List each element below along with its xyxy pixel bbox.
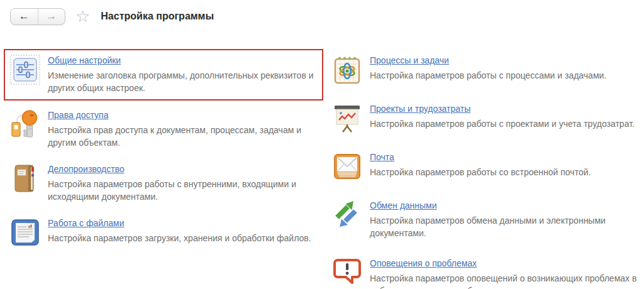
settings-item-content: Общие настройки Изменение заголовка прог… [48, 55, 316, 94]
page-title: Настройка программы [101, 11, 214, 22]
settings-item-content: Почта Настройка параметров работы со вст… [370, 151, 591, 182]
link-projects[interactable]: Проекты и трудозатраты [370, 104, 470, 114]
nav-button-group: ← → [10, 8, 65, 25]
settings-item-content: Делопроизводство Настройка параметров ра… [48, 163, 316, 203]
settings-item-processes: Процессы и задачи Настройка параметров р… [332, 55, 644, 85]
settings-item-problem-alerts: Оповещения о проблемах Настройка парамет… [332, 258, 644, 289]
settings-item-content: Проекты и трудозатраты Настройка парамет… [370, 103, 635, 133]
forward-button[interactable]: → [38, 9, 65, 25]
settings-column-right: Процессы и задачи Настройка параметров р… [332, 55, 644, 289]
forward-arrow-icon: → [46, 10, 57, 23]
link-mail[interactable]: Почта [370, 152, 394, 162]
favorite-star-icon[interactable]: ☆ [75, 8, 90, 25]
settings-item-access-rights: Права доступа Настройка прав доступа к д… [10, 109, 323, 149]
link-problem-alerts[interactable]: Оповещения о проблемах [370, 258, 477, 268]
link-general-settings[interactable]: Общие настройки [48, 55, 121, 65]
settings-item-data-exchange: Обмен данными Настройка параметров обмен… [332, 200, 644, 239]
link-recordkeeping[interactable]: Делопроизводство [48, 164, 125, 174]
file-document-icon [10, 217, 40, 248]
settings-item-content: Работа с файлами Настройка параметров за… [48, 217, 311, 248]
key-icon [10, 109, 40, 139]
link-files[interactable]: Работа с файлами [48, 218, 125, 228]
settings-item-mail: Почта Настройка параметров работы со вст… [332, 151, 644, 182]
settings-item-content: Обмен данными Настройка параметров обмен… [370, 200, 638, 239]
back-arrow-icon: ← [19, 10, 30, 23]
settings-item-projects: Проекты и трудозатраты Настройка парамет… [332, 103, 644, 133]
settings-description: Настройка параметров обмена данными и эл… [370, 214, 638, 239]
back-button[interactable]: ← [11, 9, 38, 25]
settings-item-recordkeeping: Делопроизводство Настройка параметров ра… [10, 163, 323, 203]
settings-description: Изменение заголовка программы, дополните… [48, 69, 316, 94]
settings-description: Настройка прав доступа к документам, про… [48, 124, 316, 149]
alert-bubble-icon [332, 258, 362, 288]
sliders-icon [10, 55, 40, 85]
settings-column-left: Общие настройки Изменение заголовка прог… [10, 55, 323, 289]
settings-description: Настройка параметров работы с процессами… [370, 69, 606, 82]
settings-description: Настройка параметров оповещений о возник… [370, 272, 638, 289]
settings-item-files: Работа с файлами Настройка параметров за… [10, 217, 323, 248]
flipchart-icon [332, 103, 362, 133]
link-processes-tasks[interactable]: Процессы и задачи [370, 55, 449, 65]
settings-description: Настройка параметров работы с внутренним… [48, 178, 316, 203]
book-icon [10, 163, 40, 194]
settings-item-content: Процессы и задачи Настройка параметров р… [370, 55, 606, 85]
settings-description: Настройка параметров работы со встроенно… [370, 166, 591, 178]
settings-item-content: Права доступа Настройка прав доступа к д… [48, 109, 316, 149]
link-access-rights[interactable]: Права доступа [48, 110, 108, 120]
mail-icon [332, 151, 362, 182]
settings-grid: Общие настройки Изменение заголовка прог… [0, 25, 644, 289]
notepad-processes-icon [332, 55, 362, 85]
exchange-arrows-icon [332, 200, 362, 230]
header: ← → ☆ Настройка программы [0, 0, 644, 25]
settings-description: Настройка параметров работы с проектами … [370, 117, 635, 130]
settings-description: Настройка параметров загрузки, хранения … [48, 232, 311, 244]
link-data-exchange[interactable]: Обмен данными [370, 200, 437, 210]
settings-item-general highlight-annotation: Общие настройки Изменение заголовка прог… [4, 49, 323, 101]
settings-item-content: Оповещения о проблемах Настройка парамет… [370, 258, 638, 289]
